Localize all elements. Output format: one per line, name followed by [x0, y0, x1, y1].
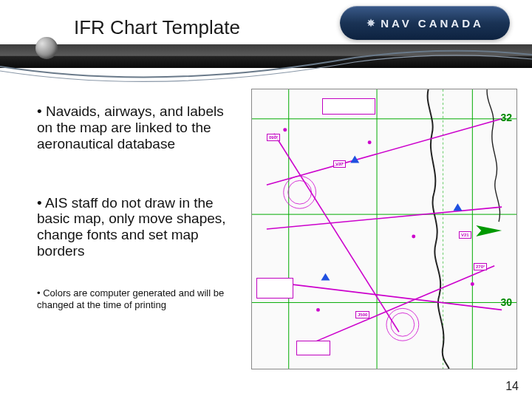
chart-label: 270°	[474, 263, 487, 270]
svg-point-13	[288, 180, 312, 204]
chart-label: J500	[355, 311, 369, 318]
svg-marker-18	[321, 273, 330, 281]
ifr-chart-thumbnail: 32 30 V37 V21 J500 090° 270°	[251, 89, 517, 369]
chart-label: V21	[459, 231, 471, 239]
svg-line-8	[267, 207, 502, 229]
svg-point-22	[316, 308, 320, 312]
svg-point-23	[471, 282, 474, 286]
svg-marker-17	[453, 203, 462, 211]
svg-point-24	[283, 128, 287, 132]
bullet-1: • Navaids, airways, and labels on the ma…	[37, 103, 239, 152]
brand-logo: NAV CANADA	[340, 6, 510, 40]
header-band	[0, 44, 532, 68]
chart-info-box	[256, 278, 293, 299]
lat-tick-bottom: 30	[500, 296, 512, 308]
svg-point-14	[386, 308, 419, 341]
chart-info-box	[296, 341, 330, 355]
text-column: • Navaids, airways, and labels on the ma…	[0, 89, 251, 399]
lat-tick-top: 32	[500, 112, 512, 123]
chart-column: 32 30 V37 V21 J500 090° 270°	[251, 89, 532, 399]
svg-line-10	[259, 281, 502, 310]
maple-leaf-icon	[366, 18, 376, 28]
slide-body: • Navaids, airways, and labels on the ma…	[0, 89, 532, 399]
bullet-3: • Colors are computer generated and will…	[37, 287, 239, 310]
bullet-2: • AIS staff do not draw in the basic map…	[37, 195, 239, 259]
chart-svg	[252, 89, 516, 369]
svg-point-20	[368, 140, 372, 144]
svg-marker-19	[476, 225, 502, 236]
brand-logo-text: NAV CANADA	[381, 17, 484, 30]
svg-point-21	[412, 234, 415, 238]
svg-line-11	[304, 266, 495, 347]
slide-header: IFR Chart Template NAV CANADA	[0, 0, 532, 68]
svg-line-7	[267, 119, 502, 185]
chart-label: 090°	[267, 134, 280, 141]
chart-label: V37	[333, 160, 346, 168]
page-number: 14	[505, 380, 519, 393]
chart-info-box	[322, 98, 375, 115]
slide-title: IFR Chart Template	[74, 16, 240, 39]
